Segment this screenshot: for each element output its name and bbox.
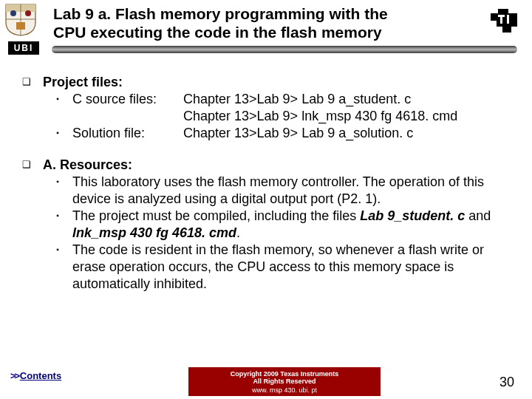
file-ref-2: lnk_msp 430 fg 4618. cmd (72, 225, 236, 240)
heading-resources: A. Resources: (43, 157, 132, 174)
title-line1: Lab 9 a. Flash memory programming with t… (53, 5, 388, 22)
slide: UBI Lab 9 a. Flash memory programming wi… (0, 0, 532, 399)
header-divider (52, 46, 517, 53)
slide-body: ❑ Project files: ▪ C source files:Chapte… (22, 74, 510, 293)
ti-logo-icon (489, 7, 519, 34)
label-c-source: C source files: (72, 91, 183, 108)
value-solution: Chapter 13>Lab 9> Lab 9 a_solution. c (183, 126, 413, 140)
arrow-icon: >> (10, 370, 20, 381)
value-c-source-1: Chapter 13>Lab 9> Lab 9 a_student. c (183, 92, 411, 106)
resources-p1: This laboratory uses the flash memory co… (72, 174, 510, 208)
resources-p2: The project must be compiled, including … (72, 208, 510, 242)
resources-p3: The code is resident in the flash memory… (72, 242, 510, 293)
contents-link[interactable]: >> Contents (10, 370, 61, 381)
contents-text: Contents (20, 370, 61, 381)
label-solution: Solution file: (72, 125, 183, 142)
list-item: ▪ The code is resident in the flash memo… (22, 242, 510, 293)
value-c-source-2: Chapter 13>Lab 9> lnk_msp 430 fg 4618. c… (183, 109, 457, 123)
ubi-logo: UBI (3, 0, 44, 52)
copyright-url: www. msp 430. ubi. pt (191, 386, 378, 394)
slide-title: Lab 9 a. Flash memory programming with t… (53, 4, 489, 41)
bullet-icon: ▪ (43, 125, 72, 142)
list-item: ▪ The project must be compiled, includin… (22, 208, 510, 242)
file-ref-1: Lab 9_student. c (360, 208, 465, 223)
slide-footer: >> Contents Copyright 2009 Texas Instrum… (0, 364, 532, 399)
page-number: 30 (499, 375, 514, 390)
svg-rect-2 (16, 22, 25, 30)
svg-rect-4 (498, 15, 505, 17)
title-line2: CPU executing the code in the flash memo… (53, 24, 382, 41)
bullet-icon: ▪ (43, 208, 72, 242)
copyright-line1: Copyright 2009 Texas Instruments (191, 370, 378, 378)
section-project-files: ❑ Project files: (22, 74, 510, 91)
shield-icon (3, 1, 38, 37)
heading-project-files: Project files: (43, 74, 123, 91)
bullet-icon: ▪ (43, 242, 72, 293)
list-item-continuation: Chapter 13>Lab 9> lnk_msp 430 fg 4618. c… (22, 108, 510, 125)
bullet-icon: ▪ (43, 91, 72, 108)
section-resources: ❑ A. Resources: (22, 157, 510, 174)
ubi-label: UBI (8, 41, 39, 55)
slide-header: UBI Lab 9 a. Flash memory programming wi… (0, 0, 532, 65)
list-item: ▪ Solution file:Chapter 13>Lab 9> Lab 9 … (22, 125, 510, 142)
bullet-icon: ❑ (22, 74, 43, 91)
svg-point-1 (25, 10, 31, 16)
copyright-line2: All Rights Reserved (191, 378, 378, 385)
list-item: ▪ This laboratory uses the flash memory … (22, 174, 510, 208)
bullet-icon: ▪ (43, 174, 72, 208)
bullet-icon: ❑ (22, 157, 43, 174)
svg-rect-5 (507, 15, 509, 24)
copyright-box: Copyright 2009 Texas Instruments All Rig… (188, 367, 381, 396)
list-item: ▪ C source files:Chapter 13>Lab 9> Lab 9… (22, 91, 510, 108)
svg-point-0 (10, 10, 16, 16)
